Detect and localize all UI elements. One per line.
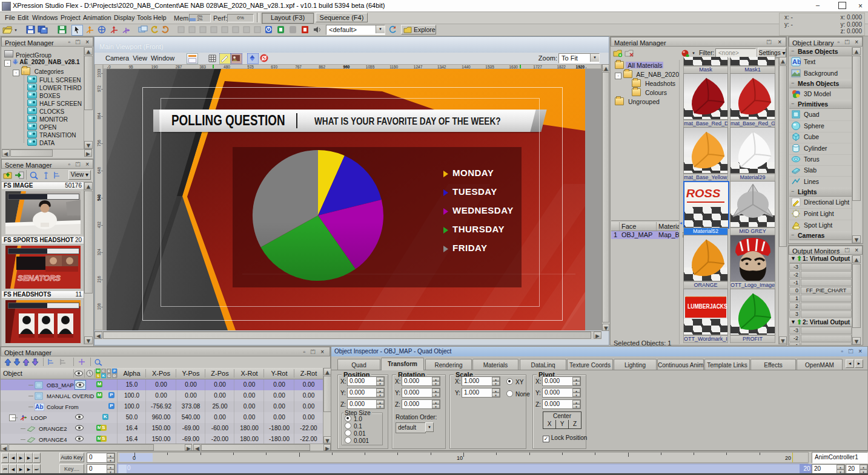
svg-text:Ab: Ab [35, 404, 43, 410]
svg-text:SENATORS: SENATORS [18, 274, 61, 283]
svg-text:Ab: Ab [792, 58, 801, 65]
